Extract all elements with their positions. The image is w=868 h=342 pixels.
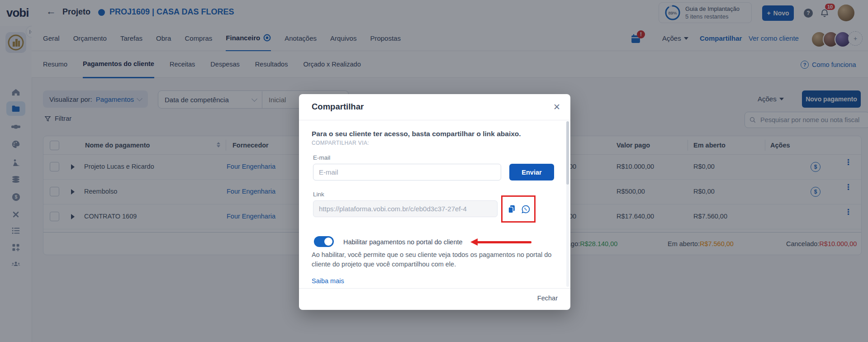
client-portal-payments-toggle[interactable]: [314, 236, 334, 247]
modal-title: Compartilhar: [312, 102, 364, 112]
toggle-label: Habilitar pagamentos no portal do client…: [343, 238, 463, 246]
email-label: E-mail: [313, 154, 330, 161]
close-button[interactable]: Fechar: [537, 294, 558, 302]
share-via-label: COMPARTILHAR VIA:: [312, 140, 369, 146]
send-button[interactable]: Enviar: [509, 164, 554, 180]
modal-header: Compartilhar ✕: [299, 94, 570, 120]
email-field[interactable]: [313, 164, 501, 180]
copy-link-icon[interactable]: [507, 204, 517, 214]
whatsapp-icon[interactable]: [521, 204, 531, 214]
toggle-description: Ao habilitar, você permite que o seu cli…: [312, 250, 558, 269]
link-label: Link: [313, 191, 324, 198]
annotation-arrow: [470, 238, 532, 246]
close-icon[interactable]: ✕: [553, 102, 560, 112]
learn-more-link[interactable]: Saiba mais: [312, 277, 344, 285]
annotation-highlight-box: [501, 195, 536, 223]
modal-scrollbar: [566, 121, 569, 287]
share-link-field[interactable]: [313, 200, 498, 217]
modal-intro-text: Para o seu cliente ter acesso, basta com…: [312, 130, 521, 138]
arrow-shaft: [476, 241, 531, 243]
toggle-knob: [324, 238, 332, 246]
scrollbar-thumb[interactable]: [566, 121, 569, 185]
share-modal: Compartilhar ✕ Para o seu cliente ter ac…: [299, 94, 570, 310]
modal-footer: Fechar: [299, 288, 570, 310]
